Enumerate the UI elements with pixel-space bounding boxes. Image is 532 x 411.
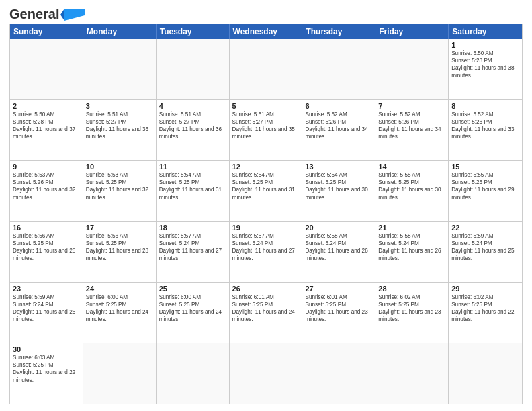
day-number: 13 bbox=[305, 163, 372, 171]
calendar-cell-w1d4: 6Sunrise: 5:52 AM Sunset: 5:26 PM Daylig… bbox=[302, 100, 375, 161]
day-number: 7 bbox=[378, 102, 445, 110]
day-info: Sunrise: 6:02 AM Sunset: 5:25 PM Dayligh… bbox=[451, 293, 519, 323]
day-info: Sunrise: 5:53 AM Sunset: 5:26 PM Dayligh… bbox=[13, 171, 80, 201]
calendar-cell-w4d4: 27Sunrise: 6:01 AM Sunset: 5:25 PM Dayli… bbox=[302, 283, 375, 343]
day-info: Sunrise: 5:54 AM Sunset: 5:25 PM Dayligh… bbox=[305, 171, 372, 201]
day-number: 4 bbox=[159, 102, 226, 110]
day-number: 12 bbox=[232, 163, 300, 171]
calendar-cell-w0d3 bbox=[230, 39, 303, 99]
day-number: 20 bbox=[305, 224, 372, 232]
day-info: Sunrise: 6:03 AM Sunset: 5:25 PM Dayligh… bbox=[13, 354, 80, 383]
day-number: 22 bbox=[451, 224, 519, 232]
day-info: Sunrise: 5:51 AM Sunset: 5:27 PM Dayligh… bbox=[232, 111, 300, 140]
day-info: Sunrise: 5:50 AM Sunset: 5:28 PM Dayligh… bbox=[13, 111, 80, 140]
calendar-cell-w0d6: 1Sunrise: 5:50 AM Sunset: 5:28 PM Daylig… bbox=[449, 39, 522, 99]
day-info: Sunrise: 5:56 AM Sunset: 5:25 PM Dayligh… bbox=[86, 232, 153, 262]
calendar-row-4: 23Sunrise: 5:59 AM Sunset: 5:24 PM Dayli… bbox=[10, 282, 522, 343]
calendar-body: 1Sunrise: 5:50 AM Sunset: 5:28 PM Daylig… bbox=[10, 39, 522, 404]
calendar-cell-w2d2: 11Sunrise: 5:54 AM Sunset: 5:25 PM Dayli… bbox=[157, 161, 230, 221]
calendar-row-0: 1Sunrise: 5:50 AM Sunset: 5:28 PM Daylig… bbox=[10, 39, 522, 99]
calendar-cell-w5d4 bbox=[302, 343, 375, 404]
day-number: 26 bbox=[232, 285, 300, 293]
day-number: 23 bbox=[13, 285, 80, 293]
calendar-cell-w1d2: 4Sunrise: 5:51 AM Sunset: 5:27 PM Daylig… bbox=[157, 100, 230, 161]
calendar-cell-w4d3: 26Sunrise: 6:01 AM Sunset: 5:25 PM Dayli… bbox=[230, 283, 303, 343]
day-number: 3 bbox=[86, 102, 153, 110]
calendar-cell-w3d2: 18Sunrise: 5:57 AM Sunset: 5:24 PM Dayli… bbox=[157, 222, 230, 282]
day-number: 19 bbox=[232, 224, 300, 232]
day-number: 24 bbox=[86, 285, 153, 293]
calendar-cell-w2d0: 9Sunrise: 5:53 AM Sunset: 5:26 PM Daylig… bbox=[10, 161, 83, 221]
day-info: Sunrise: 5:59 AM Sunset: 5:24 PM Dayligh… bbox=[13, 293, 80, 323]
logo: General bbox=[9, 7, 86, 19]
day-info: Sunrise: 5:52 AM Sunset: 5:26 PM Dayligh… bbox=[305, 111, 372, 140]
calendar-cell-w1d1: 3Sunrise: 5:51 AM Sunset: 5:27 PM Daylig… bbox=[83, 100, 157, 161]
calendar-cell-w5d2 bbox=[157, 343, 230, 404]
day-number: 10 bbox=[86, 163, 153, 171]
svg-marker-1 bbox=[60, 9, 64, 21]
day-number: 2 bbox=[13, 102, 80, 110]
day-number: 17 bbox=[86, 224, 153, 232]
weekday-header-friday: Friday bbox=[375, 24, 449, 39]
calendar-cell-w1d3: 5Sunrise: 5:51 AM Sunset: 5:27 PM Daylig… bbox=[230, 100, 303, 161]
calendar-cell-w3d3: 19Sunrise: 5:57 AM Sunset: 5:24 PM Dayli… bbox=[230, 222, 303, 282]
calendar-cell-w3d5: 21Sunrise: 5:58 AM Sunset: 5:24 PM Dayli… bbox=[375, 222, 449, 282]
day-number: 9 bbox=[13, 163, 80, 171]
calendar-cell-w5d1 bbox=[83, 343, 157, 404]
weekday-header-monday: Monday bbox=[83, 24, 157, 39]
day-info: Sunrise: 5:54 AM Sunset: 5:25 PM Dayligh… bbox=[232, 171, 300, 201]
day-number: 5 bbox=[232, 102, 300, 110]
day-number: 16 bbox=[13, 224, 80, 232]
day-info: Sunrise: 5:58 AM Sunset: 5:24 PM Dayligh… bbox=[305, 232, 372, 262]
calendar-cell-w0d2 bbox=[157, 39, 230, 99]
day-info: Sunrise: 5:58 AM Sunset: 5:24 PM Dayligh… bbox=[378, 232, 445, 262]
day-info: Sunrise: 5:53 AM Sunset: 5:25 PM Dayligh… bbox=[86, 171, 153, 201]
day-info: Sunrise: 5:55 AM Sunset: 5:25 PM Dayligh… bbox=[451, 171, 519, 201]
calendar-row-5: 30Sunrise: 6:03 AM Sunset: 5:25 PM Dayli… bbox=[10, 342, 522, 404]
calendar-cell-w4d5: 28Sunrise: 6:02 AM Sunset: 5:25 PM Dayli… bbox=[375, 283, 449, 343]
day-number: 11 bbox=[159, 163, 226, 171]
day-number: 29 bbox=[451, 285, 519, 293]
calendar-cell-w2d4: 13Sunrise: 5:54 AM Sunset: 5:25 PM Dayli… bbox=[302, 161, 375, 221]
calendar-cell-w3d4: 20Sunrise: 5:58 AM Sunset: 5:24 PM Dayli… bbox=[302, 222, 375, 282]
day-info: Sunrise: 5:52 AM Sunset: 5:26 PM Dayligh… bbox=[451, 111, 519, 140]
weekday-header-wednesday: Wednesday bbox=[230, 24, 303, 39]
day-info: Sunrise: 6:00 AM Sunset: 5:25 PM Dayligh… bbox=[159, 293, 226, 323]
weekday-header-saturday: Saturday bbox=[449, 24, 522, 39]
day-number: 1 bbox=[451, 41, 519, 49]
day-info: Sunrise: 5:52 AM Sunset: 5:26 PM Dayligh… bbox=[378, 111, 445, 140]
calendar-cell-w1d0: 2Sunrise: 5:50 AM Sunset: 5:28 PM Daylig… bbox=[10, 100, 83, 161]
calendar-cell-w1d5: 7Sunrise: 5:52 AM Sunset: 5:26 PM Daylig… bbox=[375, 100, 449, 161]
day-number: 14 bbox=[378, 163, 445, 171]
day-info: Sunrise: 6:00 AM Sunset: 5:25 PM Dayligh… bbox=[86, 293, 153, 323]
calendar-cell-w0d0 bbox=[10, 39, 83, 99]
calendar-cell-w0d5 bbox=[375, 39, 449, 99]
day-info: Sunrise: 6:01 AM Sunset: 5:25 PM Dayligh… bbox=[305, 293, 372, 323]
day-info: Sunrise: 5:57 AM Sunset: 5:24 PM Dayligh… bbox=[159, 232, 226, 262]
calendar-cell-w5d3 bbox=[230, 343, 303, 404]
calendar-cell-w3d1: 17Sunrise: 5:56 AM Sunset: 5:25 PM Dayli… bbox=[83, 222, 157, 282]
day-info: Sunrise: 5:51 AM Sunset: 5:27 PM Dayligh… bbox=[86, 111, 153, 140]
calendar-cell-w0d1 bbox=[83, 39, 157, 99]
day-info: Sunrise: 6:02 AM Sunset: 5:25 PM Dayligh… bbox=[378, 293, 445, 323]
weekday-header-sunday: Sunday bbox=[10, 24, 83, 39]
calendar-cell-w4d0: 23Sunrise: 5:59 AM Sunset: 5:24 PM Dayli… bbox=[10, 283, 83, 343]
day-info: Sunrise: 5:51 AM Sunset: 5:27 PM Dayligh… bbox=[159, 111, 226, 140]
calendar-cell-w5d5 bbox=[375, 343, 449, 404]
calendar-cell-w3d6: 22Sunrise: 5:59 AM Sunset: 5:24 PM Dayli… bbox=[449, 222, 522, 282]
day-info: Sunrise: 5:56 AM Sunset: 5:25 PM Dayligh… bbox=[13, 232, 80, 262]
calendar-cell-w4d2: 25Sunrise: 6:00 AM Sunset: 5:25 PM Dayli… bbox=[157, 283, 230, 343]
calendar-cell-w2d6: 15Sunrise: 5:55 AM Sunset: 5:25 PM Dayli… bbox=[449, 161, 522, 221]
day-number: 28 bbox=[378, 285, 445, 293]
day-info: Sunrise: 5:59 AM Sunset: 5:24 PM Dayligh… bbox=[451, 232, 519, 262]
calendar-cell-w2d1: 10Sunrise: 5:53 AM Sunset: 5:25 PM Dayli… bbox=[83, 161, 157, 221]
calendar-row-3: 16Sunrise: 5:56 AM Sunset: 5:25 PM Dayli… bbox=[10, 221, 522, 282]
logo-blue-icon bbox=[60, 7, 86, 22]
day-info: Sunrise: 5:50 AM Sunset: 5:28 PM Dayligh… bbox=[451, 50, 519, 79]
calendar-row-2: 9Sunrise: 5:53 AM Sunset: 5:26 PM Daylig… bbox=[10, 160, 522, 221]
day-info: Sunrise: 5:57 AM Sunset: 5:24 PM Dayligh… bbox=[232, 232, 300, 262]
weekday-header-thursday: Thursday bbox=[302, 24, 375, 39]
day-info: Sunrise: 6:01 AM Sunset: 5:25 PM Dayligh… bbox=[232, 293, 300, 323]
calendar-cell-w5d0: 30Sunrise: 6:03 AM Sunset: 5:25 PM Dayli… bbox=[10, 343, 83, 404]
day-number: 8 bbox=[451, 102, 519, 110]
